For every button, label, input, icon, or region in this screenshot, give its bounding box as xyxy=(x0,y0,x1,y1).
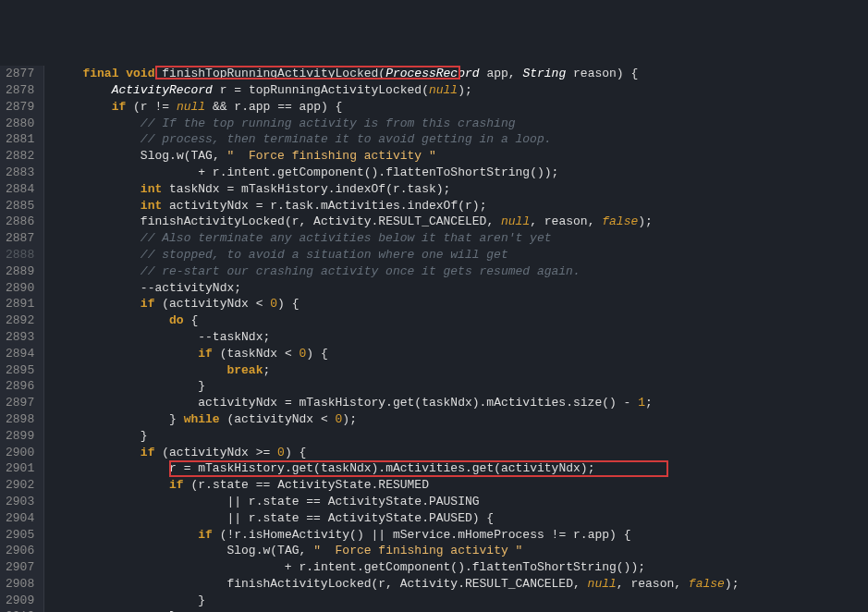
line-number: 2886 xyxy=(6,214,34,230)
code-line: || r.state == ActivityState.PAUSING xyxy=(54,494,864,510)
code-line: if (activityNdx >= 0) { xyxy=(54,445,864,461)
line-number: 2889 xyxy=(6,263,34,280)
line-number: 2888 xyxy=(6,247,34,263)
line-number: 2885 xyxy=(6,198,34,214)
line-number: 2907 xyxy=(6,559,34,576)
code-line: do { xyxy=(54,312,864,329)
line-number: 2897 xyxy=(6,395,34,411)
code-line: // re-start our crashing activity once i… xyxy=(54,263,864,280)
line-number: 2878 xyxy=(6,82,34,99)
line-number: 2908 xyxy=(6,576,34,593)
line-number: 2882 xyxy=(6,148,34,165)
line-number: 2906 xyxy=(6,543,34,559)
code-line: Slog.w(TAG, " Force finishing activity " xyxy=(54,148,864,165)
line-number: 2893 xyxy=(6,329,34,346)
code-line: int activityNdx = r.task.mActivities.ind… xyxy=(54,198,864,214)
code-line: --activityNdx; xyxy=(54,280,864,297)
line-number: 2895 xyxy=(6,362,34,379)
code-line: final void finishTopRunningActivityLocke… xyxy=(54,66,864,82)
code-line: + r.intent.getComponent().flattenToShort… xyxy=(54,559,864,576)
code-line: } while (activityNdx < 0); xyxy=(54,411,864,428)
line-number: 2900 xyxy=(6,445,34,461)
code-line: } xyxy=(54,608,864,612)
code-line: // process, then terminate it to avoid g… xyxy=(54,131,864,148)
code-line: --taskNdx; xyxy=(54,329,864,346)
line-number-gutter: 2877287828792880288128822883288428852886… xyxy=(0,66,44,612)
line-number: 2887 xyxy=(6,230,34,247)
line-number: 2904 xyxy=(6,510,34,527)
line-number: 2894 xyxy=(6,346,34,362)
code-line: r = mTaskHistory.get(taskNdx).mActivitie… xyxy=(54,460,864,477)
code-editor[interactable]: 2877287828792880288128822883288428852886… xyxy=(0,66,868,612)
line-number: 2898 xyxy=(6,411,34,428)
code-line: if (r != null && r.app == app) { xyxy=(54,99,864,116)
code-line: finishActivityLocked(r, Activity.RESULT_… xyxy=(54,576,864,593)
code-line: int taskNdx = mTaskHistory.indexOf(r.tas… xyxy=(54,181,864,198)
code-line: activityNdx = mTaskHistory.get(taskNdx).… xyxy=(54,395,864,411)
line-number: 2884 xyxy=(6,181,34,198)
code-line: // Also terminate any activities below i… xyxy=(54,230,864,247)
code-line: + r.intent.getComponent().flattenToShort… xyxy=(54,165,864,181)
line-number: 2896 xyxy=(6,378,34,395)
code-line: if (activityNdx < 0) { xyxy=(54,296,864,312)
code-line: // If the top running activity is from t… xyxy=(54,116,864,132)
line-number: 2883 xyxy=(6,165,34,181)
line-number: 2902 xyxy=(6,477,34,494)
line-number: 2909 xyxy=(6,593,34,609)
code-line: ActivityRecord r = topRunningActivityLoc… xyxy=(54,82,864,99)
line-number: 2910 xyxy=(6,608,34,612)
line-number: 2881 xyxy=(6,131,34,148)
line-number: 2899 xyxy=(6,428,34,445)
code-line: // stopped, to avoid a situation where o… xyxy=(54,247,864,263)
line-number: 2905 xyxy=(6,527,34,544)
line-number: 2879 xyxy=(6,99,34,116)
code-line: break; xyxy=(54,362,864,379)
code-line: if (!r.isHomeActivity() || mService.mHom… xyxy=(54,527,864,544)
code-line: } xyxy=(54,428,864,445)
code-line: Slog.w(TAG, " Force finishing activity " xyxy=(54,543,864,559)
line-number: 2880 xyxy=(6,116,34,132)
line-number: 2892 xyxy=(6,312,34,329)
code-line: finishActivityLocked(r, Activity.RESULT_… xyxy=(54,214,864,230)
code-line: if (r.state == ActivityState.RESUMED xyxy=(54,477,864,494)
line-number: 2877 xyxy=(6,66,34,82)
line-number: 2890 xyxy=(6,280,34,297)
code-line: } xyxy=(54,378,864,395)
line-number: 2903 xyxy=(6,494,34,510)
code-line: || r.state == ActivityState.PAUSED) { xyxy=(54,510,864,527)
code-line: } xyxy=(54,593,864,609)
code-content[interactable]: final void finishTopRunningActivityLocke… xyxy=(44,66,868,612)
line-number: 2891 xyxy=(6,296,34,312)
code-line: if (taskNdx < 0) { xyxy=(54,346,864,362)
line-number: 2901 xyxy=(6,460,34,477)
